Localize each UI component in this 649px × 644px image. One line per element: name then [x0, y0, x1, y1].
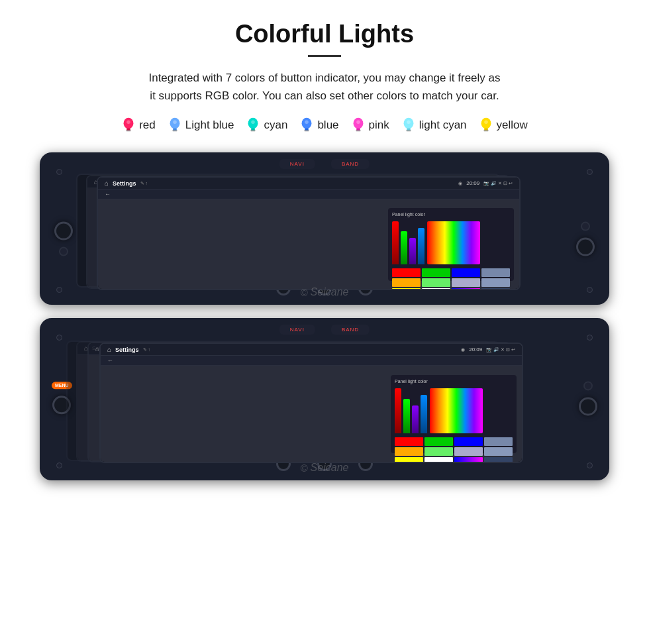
svg-point-7	[173, 121, 177, 125]
color-pink: pink	[351, 117, 389, 134]
bar-red	[392, 221, 399, 264]
color-label-light-cyan: light cyan	[419, 119, 467, 132]
bottom-right-knob-main[interactable]	[579, 397, 597, 415]
back-arrow[interactable]: ←	[105, 191, 111, 197]
color-bars-2	[395, 388, 427, 433]
settings-title-2: Settings	[115, 347, 139, 353]
svg-rect-26	[483, 131, 488, 132]
light-cyan-bulb-icon	[401, 117, 416, 134]
color-label-light-blue: Light blue	[185, 119, 234, 132]
bar-purple	[409, 238, 416, 264]
screw-br	[587, 287, 593, 293]
grid-green	[422, 268, 450, 277]
right-knobs	[576, 222, 595, 256]
color-bars	[392, 221, 424, 264]
description-text: Integrated with 7 colors of button indic…	[26, 69, 623, 105]
right-knob-small-2	[583, 381, 593, 390]
colors-row: red Light blue cyan	[26, 117, 623, 134]
left-knob-small	[59, 247, 68, 256]
grid-blue3	[452, 268, 480, 277]
car-unit-top: NAVI BAND	[40, 152, 609, 305]
title-divider	[308, 55, 341, 57]
grid-dark	[481, 288, 510, 290]
grid-yellow2	[392, 288, 421, 290]
red-bulb-icon	[121, 117, 136, 134]
right-knob-small	[581, 222, 590, 231]
pink-bulb-icon	[351, 117, 366, 134]
screw-b-tr	[587, 335, 593, 341]
bottom-right-knobs	[579, 381, 597, 415]
car-unit-bottom: NAVI BAND MENU	[40, 318, 609, 480]
color-label-blue: blue	[317, 119, 338, 132]
b-screen-layer-1[interactable]: ⌂ Settings ✎ ↑ ◉ 20:09 📷 🔊 ✕ ⊡ ↩ ←	[99, 343, 523, 463]
grid-grey	[481, 268, 510, 277]
top-buttons-row: NAVI BAND	[279, 159, 370, 169]
navi-button-2[interactable]: NAVI	[279, 325, 315, 335]
color-light-blue: Light blue	[168, 117, 234, 134]
panel-light-section: Panel light color	[388, 208, 514, 281]
panel-title: Panel light color	[392, 212, 510, 217]
device-group-top: NAVI BAND	[26, 152, 623, 305]
band-button[interactable]: BAND	[331, 159, 370, 169]
page-container: Colorful Lights Integrated with 7 colors…	[0, 0, 649, 500]
screen-layer-1[interactable]: ⌂ Settings ✎ ↑ ◉ 20:09 📷 🔊 ✕ ⊡ ↩ ←	[97, 176, 521, 290]
left-knobs	[54, 222, 73, 256]
left-knob-main[interactable]	[54, 222, 73, 241]
home-icon: ⌂	[105, 180, 109, 187]
screw-b-tl	[56, 335, 62, 341]
grid-orange	[392, 278, 421, 287]
right-knob-main[interactable]	[576, 238, 595, 256]
blue-bulb-icon	[299, 117, 314, 134]
svg-rect-14	[305, 131, 309, 132]
brand-name-top: Seicane	[311, 286, 349, 298]
svg-point-11	[252, 121, 256, 125]
color-cyan: cyan	[246, 117, 287, 134]
watermark-bottom: © Seicane	[301, 462, 349, 474]
bar-blue2	[418, 228, 424, 264]
color-label-cyan: cyan	[264, 119, 287, 132]
rainbow-2	[430, 388, 483, 433]
yellow-bulb-icon	[479, 117, 493, 134]
color-label-pink: pink	[369, 119, 389, 132]
svg-rect-22	[406, 131, 411, 132]
light-blue-bulb-icon	[168, 117, 182, 134]
grid-red	[392, 268, 421, 277]
grid-white	[422, 288, 450, 290]
screw-bl	[56, 287, 62, 293]
panel-title-2: Panel light color	[395, 379, 513, 384]
color-label-yellow: yellow	[497, 119, 528, 132]
screw-b-br	[587, 462, 593, 468]
watermark-top: © Seicane	[301, 286, 349, 298]
grid-lavender	[452, 278, 480, 287]
rainbow-bar	[427, 221, 480, 264]
back-arrow-2[interactable]: ←	[107, 357, 113, 364]
bottom-unit-top-buttons: NAVI BAND	[279, 325, 370, 335]
svg-point-3	[126, 121, 130, 125]
color-red: red	[121, 117, 156, 134]
band-button-2[interactable]: BAND	[331, 325, 370, 335]
device-group-bottom: NAVI BAND MENU	[26, 318, 623, 480]
svg-point-23	[407, 121, 411, 125]
svg-rect-18	[356, 131, 360, 132]
home-icon-2: ⌂	[107, 346, 111, 353]
panel-light-section-2: Panel light color	[391, 375, 517, 453]
svg-point-19	[356, 121, 360, 125]
screen-time-2: 20:09	[469, 347, 482, 352]
screw-b-bl	[56, 462, 62, 468]
svg-point-15	[305, 121, 309, 125]
grid-lightgreen	[422, 278, 450, 287]
bar-green	[401, 231, 407, 264]
grid-steelblue	[481, 278, 510, 287]
color-label-red: red	[139, 119, 156, 132]
screen-time: 20:09	[466, 180, 479, 186]
svg-rect-2	[126, 131, 130, 132]
color-grid	[392, 268, 510, 290]
color-yellow: yellow	[479, 117, 528, 134]
brand-name-bottom: Seicane	[311, 462, 349, 474]
svg-rect-10	[251, 131, 256, 132]
screw-tl	[56, 169, 62, 175]
navi-button[interactable]: NAVI	[279, 159, 315, 169]
svg-point-27	[484, 121, 488, 125]
settings-title: Settings	[113, 180, 136, 187]
color-blue: blue	[299, 117, 338, 134]
